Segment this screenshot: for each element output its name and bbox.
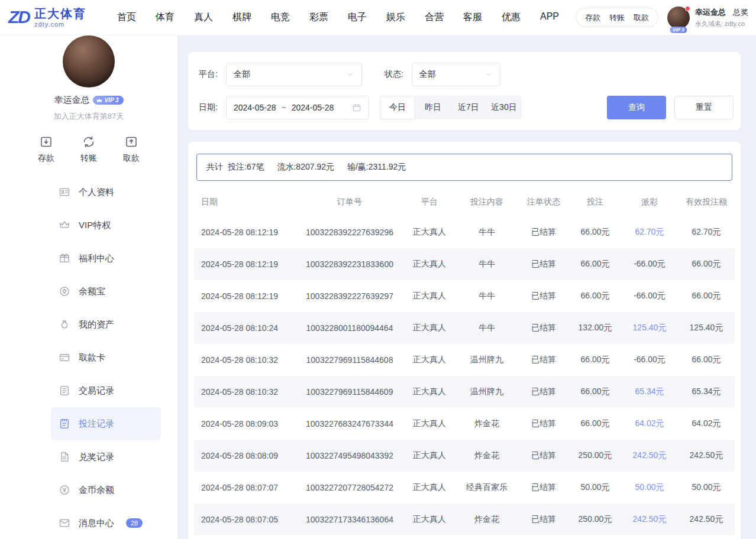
table-row: 2024-05-28 08:07:07 1003227207728054272 …: [194, 472, 735, 504]
nav-item[interactable]: APP: [540, 11, 559, 24]
quick-action[interactable]: 取款: [123, 135, 140, 164]
platform-cell: 正大真人: [403, 418, 455, 429]
valid-bet-cell: 50.00元: [678, 482, 735, 493]
summary-bar: 共计 投注:67笔 流水:8207.92元 输/赢:2311.92元: [196, 154, 732, 181]
avatar: VIP 3: [667, 7, 690, 29]
bet-amount-cell: 66.00元: [569, 227, 621, 238]
gift-icon: [59, 252, 70, 264]
date-range-button[interactable]: 今日: [380, 96, 415, 119]
sidebar-item-label: VIP特权: [79, 220, 111, 231]
order-number-cell: 1003228001180094464: [296, 323, 403, 333]
sidebar-item-label: 投注记录: [79, 418, 114, 430]
nav-item[interactable]: 彩票: [309, 11, 328, 24]
bet-records-panel: 共计 投注:67笔 流水:8207.92元 输/赢:2311.92元 日期 订单…: [188, 142, 741, 539]
nav-item[interactable]: 真人: [194, 11, 213, 24]
nav-item[interactable]: 娱乐: [386, 11, 405, 24]
user-extra-text: 总奖: [733, 7, 748, 18]
payout-cell: 65.34元: [621, 387, 678, 397]
nav-item[interactable]: 棋牌: [232, 11, 251, 24]
sidebar-item[interactable]: VIP特权: [51, 209, 161, 242]
filter-row-1: 平台: 全部 状态: 全部: [199, 63, 734, 86]
date-separator: ~: [282, 103, 286, 112]
sidebar-item-label: 福利中心: [79, 253, 114, 264]
nav-item[interactable]: 合营: [425, 11, 444, 24]
filter-row-2: 日期: 2024-05-28 ~ 2024-05-28 今日 昨日 近7日 近3…: [199, 96, 734, 119]
join-days-text: 加入正大体育第87天: [0, 111, 177, 122]
quick-action[interactable]: 转账: [80, 135, 97, 164]
order-number-cell: 1003227173346136064: [296, 515, 403, 524]
reset-button[interactable]: 重置: [674, 96, 734, 119]
order-number-cell: 1003227495498043392: [296, 451, 403, 460]
nav-item[interactable]: 体育: [156, 11, 175, 24]
summary-total-label: 共计: [206, 162, 223, 173]
order-number-cell: 1003227683247673344: [296, 419, 403, 428]
sidebar-item[interactable]: 个人资料: [51, 176, 161, 209]
sidebar-item[interactable]: 福利中心: [51, 242, 161, 275]
valid-bet-cell: 64.02元: [678, 418, 735, 429]
profile-avatar[interactable]: [63, 35, 115, 87]
quick-actions: 存款 转账 取款: [0, 135, 177, 164]
column-header: 平台: [403, 197, 455, 207]
sidebar-item[interactable]: 投注记录: [51, 407, 161, 440]
platform-select[interactable]: 全部: [226, 63, 362, 86]
order-number-cell: 1003227207728054272: [296, 483, 403, 492]
date-filter-label: 日期:: [199, 102, 218, 113]
list-icon: [59, 385, 70, 397]
user-chip[interactable]: VIP 3 幸运金总 总奖 永久域名: zdty.co: [667, 7, 756, 29]
platform-cell: 正大真人: [403, 259, 455, 270]
nav-item[interactable]: 电子: [348, 11, 367, 24]
calendar-icon: [352, 103, 361, 112]
date-cell: 2024-05-28 08:10:32: [194, 355, 296, 365]
table-row: 2024-05-28 08:12:19 1003228392227639297 …: [194, 280, 735, 312]
bet-doc-icon: [59, 418, 70, 430]
date-range-button[interactable]: 昨日: [415, 96, 451, 119]
status-select[interactable]: 全部: [412, 63, 500, 86]
summary-bets: 投注:67笔: [228, 162, 264, 173]
assets-icon: [59, 319, 70, 330]
sidebar-item[interactable]: 取款卡: [51, 341, 161, 374]
status-cell: 已结算: [518, 259, 569, 270]
date-to-value: 2024-05-28: [292, 103, 334, 112]
sidebar-item[interactable]: 消息中心 28: [51, 506, 161, 539]
bet-content-cell: 牛牛: [455, 323, 518, 333]
payout-cell: 64.02元: [621, 418, 678, 429]
sidebar-item[interactable]: 我的资产: [51, 308, 161, 341]
column-header: 订单号: [296, 197, 403, 207]
nav-item[interactable]: 客服: [463, 11, 482, 24]
sidebar-item-label: 取款卡: [79, 352, 105, 363]
table-row: 2024-05-28 08:10:32 1003227969115844609 …: [194, 376, 735, 408]
summary-turnover: 流水:8207.92元: [277, 162, 334, 173]
bet-amount-cell: 66.00元: [569, 418, 621, 429]
date-range-input[interactable]: 2024-05-28 ~ 2024-05-28: [226, 96, 369, 119]
brand-domain: zdty.com: [34, 21, 86, 28]
date-cell: 2024-05-28 08:09:03: [194, 419, 296, 428]
wallet-action-link[interactable]: 存款: [585, 12, 600, 23]
nav-item[interactable]: 电竞: [271, 11, 290, 24]
user-name: 幸运金总: [695, 7, 726, 18]
vip-badge: VIP 3: [670, 27, 687, 33]
nav-item[interactable]: 优惠: [502, 11, 521, 24]
nav-item[interactable]: 首页: [117, 11, 136, 24]
order-number-cell: 1003227969115844608: [296, 355, 403, 365]
column-header: 注单状态: [518, 197, 569, 207]
sidebar-item[interactable]: 交易记录: [51, 374, 161, 407]
brand-logo[interactable]: ZD 正大体育 zdty.com: [8, 7, 86, 28]
platform-cell: 正大真人: [403, 291, 455, 301]
order-number-cell: 1003228392227639297: [296, 291, 403, 301]
quick-action[interactable]: 存款: [38, 135, 54, 164]
redeem-doc-icon: [59, 451, 70, 463]
valid-bet-cell: 62.70元: [678, 227, 735, 238]
wallet-action-link[interactable]: 转账: [609, 12, 625, 23]
wallet-action-link[interactable]: 取款: [634, 12, 649, 23]
sidebar-item[interactable]: 金币余额: [51, 473, 161, 506]
sidebar-item[interactable]: 兑奖记录: [51, 440, 161, 473]
payout-cell: 50.00元: [621, 482, 678, 493]
sidebar-item[interactable]: 余额宝: [51, 275, 161, 308]
query-button[interactable]: 查询: [607, 96, 666, 119]
table-row: 2024-05-28 08:10:32 1003227969115844608 …: [194, 344, 735, 376]
sidebar-item-label: 消息中心: [79, 518, 114, 529]
sidebar-item-label: 余额宝: [79, 286, 105, 297]
brand-name: 正大体育: [34, 7, 86, 21]
date-range-button[interactable]: 近7日: [451, 96, 486, 119]
date-range-button[interactable]: 近30日: [486, 96, 522, 119]
